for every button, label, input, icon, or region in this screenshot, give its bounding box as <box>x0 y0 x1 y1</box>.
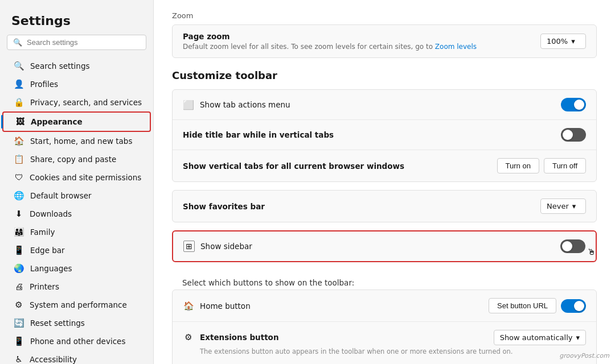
hide-title-bar-toggle[interactable] <box>561 128 586 142</box>
sidebar-item-languages[interactable]: 🌏 Languages <box>2 259 151 278</box>
sidebar-item-label: Downloads <box>30 209 72 218</box>
sidebar-item-profiles[interactable]: 👤 Profiles <box>2 75 151 93</box>
watermark: groovyPost.com <box>559 352 609 359</box>
sidebar-item-label: Privacy, search, and services <box>30 98 142 107</box>
cookies-icon: 🛡 <box>14 172 24 183</box>
show-tab-actions-controls <box>561 98 586 111</box>
family-icon: 👨‍👩‍👧 <box>14 227 24 237</box>
sidebar-item-label: Phone and other devices <box>30 337 125 346</box>
hide-title-bar-label: Hide title bar while in vertical tabs <box>183 130 561 139</box>
sidebar-item-family[interactable]: 👨‍👩‍👧 Family <box>2 223 151 241</box>
home-icon: 🏠 <box>183 301 194 311</box>
hide-title-bar-controls <box>561 128 586 142</box>
page-zoom-dropdown[interactable]: 100% ▾ <box>540 34 586 49</box>
extensions-subtext: The extensions button auto appears in th… <box>183 345 586 362</box>
extensions-button-dropdown[interactable]: Show automatically ▾ <box>494 330 586 345</box>
default-browser-icon: 🌐 <box>14 191 24 201</box>
search-icon: 🔍 <box>13 38 22 47</box>
chevron-down-icon: ▾ <box>576 333 580 342</box>
chevron-down-icon: ▾ <box>571 37 575 46</box>
cursor-indicator: 🖱 <box>587 247 596 257</box>
sidebar-item-label: Appearance <box>31 117 83 126</box>
sidebar-item-privacy[interactable]: 🔒 Privacy, search, and services <box>2 93 151 111</box>
favorites-bar-label: Show favorites bar <box>183 202 540 211</box>
show-vertical-tabs-label: Show vertical tabs for all current brows… <box>183 162 497 171</box>
extensions-icon: ⚙ <box>183 332 194 342</box>
show-tab-actions-toggle[interactable] <box>561 98 586 111</box>
favorites-bar-card: Show favorites bar Never ▾ <box>172 190 597 222</box>
toolbar-card-1: ⬜ Show tab actions menu Hide title bar w… <box>172 89 597 182</box>
sidebar-item-edge-bar[interactable]: 📱 Edge bar <box>2 241 151 259</box>
sidebar-item-accessibility[interactable]: ♿ Accessibility <box>2 350 151 364</box>
toolbar-buttons-label: Select which buttons to show on the tool… <box>172 270 597 289</box>
reset-icon: 🔄 <box>14 318 24 328</box>
sidebar-item-start-home[interactable]: 🏠 Start, home, and new tabs <box>2 132 151 150</box>
show-sidebar-controls: 🖱 <box>560 239 585 253</box>
favorites-bar-value: Never <box>547 202 569 210</box>
sidebar-item-share-copy[interactable]: 📋 Share, copy and paste <box>2 150 151 168</box>
page-zoom-value: 100% <box>547 37 568 46</box>
turn-off-button[interactable]: Turn off <box>544 158 586 173</box>
sidebar-item-label: Share, copy and paste <box>30 155 116 164</box>
page-zoom-card: Page zoom Default zoom level for all sit… <box>172 24 597 58</box>
downloads-icon: ⬇ <box>14 209 24 219</box>
sidebar-item-label: Accessibility <box>30 355 77 364</box>
main-wrapper: Zoom Page zoom Default zoom level for al… <box>154 0 615 364</box>
sidebar-item-label: Profiles <box>30 80 58 89</box>
zoom-heading: Zoom <box>172 11 597 20</box>
show-tab-actions-label: ⬜ Show tab actions menu <box>183 100 561 110</box>
sidebar-item-label: Reset settings <box>30 318 85 328</box>
zoom-levels-link[interactable]: Zoom levels <box>435 43 477 51</box>
sidebar-item-label: Languages <box>30 264 72 273</box>
show-tab-actions-row: ⬜ Show tab actions menu <box>173 90 596 120</box>
sidebar-item-default-browser[interactable]: 🌐 Default browser <box>2 187 151 205</box>
sidebar-item-phone[interactable]: 📱 Phone and other devices <box>2 332 151 350</box>
show-sidebar-card: ⊞ Show sidebar 🖱 <box>172 230 597 262</box>
sidebar-item-downloads[interactable]: ⬇ Downloads <box>2 205 151 223</box>
sidebar-item-label: Default browser <box>30 191 92 200</box>
extensions-button-controls: Show automatically ▾ <box>494 330 586 345</box>
main-content: Zoom Page zoom Default zoom level for al… <box>154 0 615 364</box>
start-home-icon: 🏠 <box>14 136 24 146</box>
sidebar-item-reset[interactable]: 🔄 Reset settings <box>2 314 151 332</box>
phone-icon: 📱 <box>14 336 24 346</box>
turn-on-button[interactable]: Turn on <box>497 158 539 173</box>
system-icon: ⚙ <box>14 300 24 310</box>
extensions-button-row: ⚙ Extensions button Show automatically ▾… <box>173 322 596 364</box>
page-zoom-info: Page zoom Default zoom level for all sit… <box>183 32 540 51</box>
privacy-icon: 🔒 <box>14 97 24 107</box>
printers-icon: 🖨 <box>14 282 24 292</box>
extensions-button-label: ⚙ Extensions button <box>183 330 494 342</box>
show-sidebar-toggle[interactable]: 🖱 <box>560 239 585 253</box>
sidebar-item-label: Start, home, and new tabs <box>30 136 132 146</box>
sidebar-item-label: Family <box>30 228 55 237</box>
show-sidebar-row: ⊞ Show sidebar 🖱 <box>173 231 596 261</box>
show-vertical-tabs-controls: Turn on Turn off <box>497 158 586 173</box>
page-zoom-title: Page zoom <box>183 32 540 41</box>
search-input[interactable] <box>27 38 140 47</box>
sidebar-item-cookies[interactable]: 🛡 Cookies and site permissions <box>2 168 151 187</box>
sidebar-item-search-settings[interactable]: 🔍 Search settings <box>2 57 151 75</box>
sidebar-nav: 🔍 Search settings 👤 Profiles 🔒 Privacy, … <box>0 57 153 364</box>
extensions-dropdown-value: Show automatically <box>500 333 573 342</box>
zoom-section: Zoom Page zoom Default zoom level for al… <box>172 11 597 58</box>
edge-bar-icon: 📱 <box>14 245 24 255</box>
sidebar-item-printers[interactable]: 🖨 Printers <box>2 278 151 296</box>
search-box[interactable]: 🔍 <box>7 35 146 50</box>
sidebar-item-label: Cookies and site permissions <box>30 173 141 182</box>
sidebar-item-label: System and performance <box>30 300 127 309</box>
share-copy-icon: 📋 <box>14 154 24 164</box>
home-button-toggle[interactable] <box>561 299 586 313</box>
sidebar-item-system[interactable]: ⚙ System and performance <box>2 296 151 314</box>
show-sidebar-label: ⊞ Show sidebar <box>183 241 560 252</box>
accessibility-icon: ♿ <box>14 354 24 364</box>
home-button-label: 🏠 Home button <box>183 301 489 311</box>
sidebar-icon: ⊞ <box>183 241 195 252</box>
favorites-bar-dropdown[interactable]: Never ▾ <box>540 198 586 214</box>
show-vertical-tabs-row: Show vertical tabs for all current brows… <box>173 150 596 181</box>
sidebar-item-appearance[interactable]: 🖼 Appearance <box>2 111 151 132</box>
chevron-down-icon: ▾ <box>572 202 576 210</box>
set-button-url-button[interactable]: Set button URL <box>489 298 556 313</box>
tab-icon: ⬜ <box>183 100 194 110</box>
sidebar-item-label: Printers <box>30 282 59 291</box>
